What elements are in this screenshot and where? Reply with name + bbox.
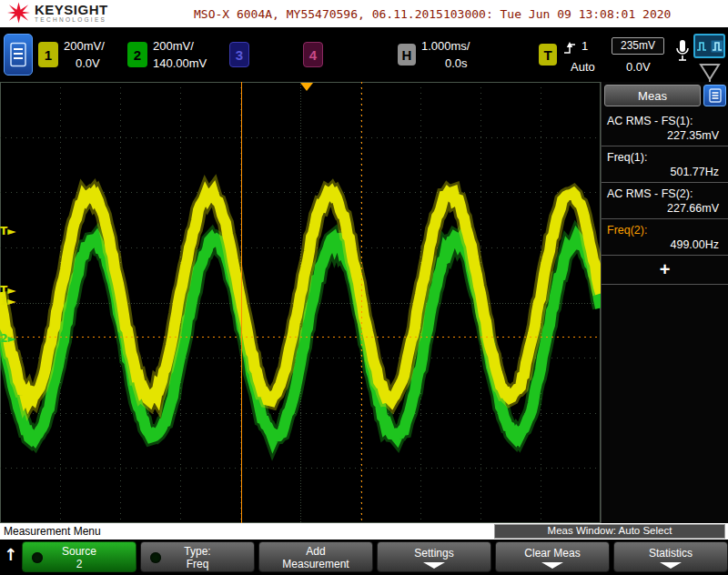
- keysight-spark-icon: [7, 2, 30, 24]
- channel-1-scale: 200mV/: [64, 37, 105, 55]
- softkey-label: Statistics: [614, 547, 727, 560]
- channel-2-offset: 140.00mV: [153, 55, 207, 72]
- instrument-title: MSO-X 6004A, MY55470596, 06.11.201510300…: [194, 7, 671, 21]
- channel-2-readout: 200mV/ 140.00mV: [153, 37, 207, 72]
- waveform-display: T►T►1►2►: [0, 82, 601, 523]
- top-bar: KEYSIGHT TECHNOLOGIES MSO-X 6004A, MY554…: [0, 0, 728, 27]
- down-arrow-icon: [541, 562, 563, 569]
- trigger-aux-level: 0.0V: [626, 60, 651, 74]
- trigger-source: 1: [581, 39, 588, 53]
- menu-title: Measurement Menu: [4, 525, 101, 538]
- square-wave-icon: [696, 40, 709, 53]
- measurement-label: AC RMS - FS(2):: [607, 187, 723, 201]
- down-arrow-icon: [660, 562, 682, 569]
- channel-1-readout: 200mV/ 0.0V: [64, 37, 105, 72]
- brand-subtitle: TECHNOLOGIES: [35, 16, 108, 24]
- brand-name: KEYSIGHT: [35, 3, 108, 16]
- measurement-value: 499.00Hz: [607, 237, 723, 252]
- square-wave-icon: [711, 40, 723, 53]
- status-bar: 1 200mV/ 0.0V 2 200mV/ 140.00mV 3 4 H 1.…: [0, 27, 728, 82]
- measurement-label: Freq(1):: [607, 150, 723, 165]
- waveform-svg: [0, 82, 601, 523]
- level-marker-t[interactable]: T►: [0, 225, 15, 237]
- softkey-add-measurement[interactable]: Add Measurement: [258, 541, 373, 572]
- measurement-value: 227.35mV: [607, 128, 723, 143]
- measurement-label: Freq(2):: [607, 223, 723, 237]
- measurement-item[interactable]: Freq(2): 499.00Hz: [602, 219, 728, 256]
- oscilloscope-screen: KEYSIGHT TECHNOLOGIES MSO-X 6004A, MY554…: [0, 0, 728, 575]
- measurement-value: 501.77Hz: [607, 165, 723, 179]
- horizontal-delay: 0.0s: [421, 55, 470, 72]
- horizontal-button[interactable]: H: [398, 44, 416, 66]
- waveform-mode-indicator[interactable]: [693, 34, 725, 58]
- measurement-panel: Meas AC RMS - FS(1): 227.35mV Freq(1): 5…: [601, 82, 728, 523]
- edge-trigger-icon: [563, 41, 576, 55]
- probe-symbol-icon[interactable]: [699, 62, 721, 84]
- softkey-label: Clear Meas: [496, 547, 609, 560]
- softkey-source[interactable]: Source 2: [22, 541, 136, 572]
- microphone-icon[interactable]: [674, 38, 691, 66]
- channel-4-button[interactable]: 4: [303, 42, 323, 67]
- softkey-label: Settings: [378, 547, 490, 560]
- menu-icon: [10, 42, 26, 67]
- level-marker-1[interactable]: 1►: [0, 295, 16, 308]
- softkey-type[interactable]: Type: Freq: [140, 541, 255, 572]
- softkey-settings[interactable]: Settings: [377, 541, 491, 572]
- horizontal-scale: 1.000ms/: [421, 37, 470, 55]
- trigger-mode: Auto: [571, 60, 595, 74]
- softkey-statistics[interactable]: Statistics: [613, 541, 728, 572]
- channel-2-button[interactable]: 2: [127, 42, 147, 67]
- softkey-clear-meas[interactable]: Clear Meas: [495, 541, 610, 572]
- measurement-value: 227.66mV: [607, 201, 723, 216]
- down-arrow-icon: [423, 562, 445, 569]
- meas-sidebar-icon-button[interactable]: [703, 85, 726, 106]
- logo-text: KEYSIGHT TECHNOLOGIES: [35, 3, 108, 24]
- softkey-label: Add: [259, 545, 372, 558]
- back-up-arrow-icon[interactable]: ↑: [4, 545, 17, 564]
- measurement-item[interactable]: AC RMS - FS(2): 227.66mV: [602, 183, 728, 219]
- main-menu-button[interactable]: [4, 34, 33, 76]
- softkey-bar: ↑ Source 2 Type: Freq Add Measurement Se…: [0, 540, 728, 575]
- softkey-menu-strip: Measurement Menu Meas Window: Auto Selec…: [0, 523, 728, 540]
- measurement-item[interactable]: Freq(1): 501.77Hz: [602, 146, 728, 183]
- panel-menu-icon: [709, 88, 722, 103]
- keysight-logo: KEYSIGHT TECHNOLOGIES: [7, 2, 108, 24]
- channel-1-button[interactable]: 1: [38, 42, 58, 67]
- level-marker-2[interactable]: 2►: [0, 332, 16, 345]
- trigger-button[interactable]: T: [539, 44, 557, 66]
- meas-menu-button[interactable]: Meas: [604, 85, 701, 106]
- channel-2-scale: 200mV/: [153, 37, 207, 55]
- channel-1-offset: 0.0V: [64, 55, 105, 72]
- measurement-item[interactable]: AC RMS - FS(1): 227.35mV: [602, 110, 728, 146]
- measurement-list: AC RMS - FS(1): 227.35mV Freq(1): 501.77…: [602, 110, 728, 285]
- trigger-level-value: 235mV: [612, 37, 664, 55]
- knob-indicator-icon: [32, 552, 43, 563]
- add-measurement-plus-button[interactable]: +: [602, 256, 728, 285]
- measurement-label: AC RMS - FS(1):: [607, 114, 723, 128]
- softkey-value: Measurement: [259, 558, 372, 570]
- horizontal-readout: 1.000ms/ 0.0s: [421, 37, 470, 72]
- channel-3-button[interactable]: 3: [229, 42, 249, 67]
- meas-window-selector[interactable]: Meas Window: Auto Select: [494, 524, 725, 539]
- knob-indicator-icon: [150, 552, 161, 563]
